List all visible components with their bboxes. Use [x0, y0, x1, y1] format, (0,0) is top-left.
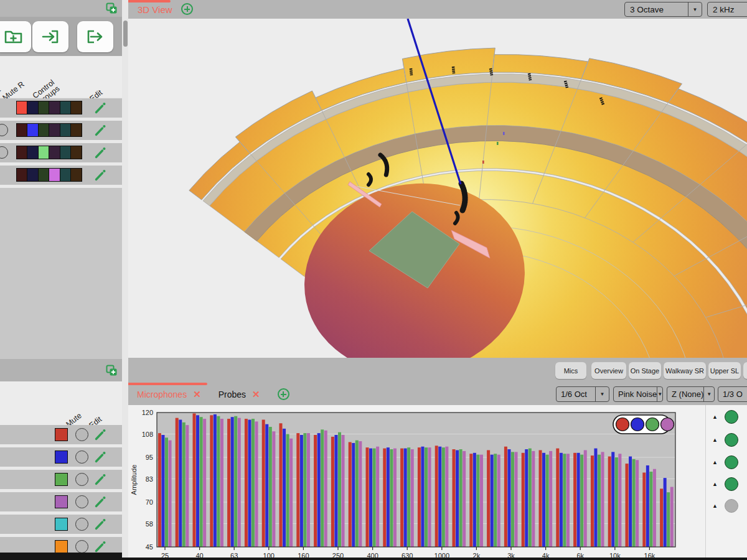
chevron-down-icon[interactable]: ▼ — [657, 387, 662, 401]
dropdown-1-3-o[interactable]: 1/3 O — [718, 386, 747, 402]
3d-viewport[interactable] — [128, 19, 747, 358]
group-color-swatch[interactable] — [27, 168, 39, 182]
mic-marker[interactable] — [482, 161, 484, 164]
mic-color-swatch[interactable] — [55, 495, 68, 508]
mic-color-swatch[interactable] — [55, 450, 68, 464]
tab-probes[interactable]: Probes — [218, 390, 246, 399]
group-color-swatch[interactable] — [38, 168, 50, 182]
close-tab-icon[interactable]: ✕ — [252, 389, 260, 400]
mic-marker[interactable] — [497, 142, 499, 145]
expand-triangle-icon[interactable]: ▲ — [712, 414, 718, 420]
group-color-swatch[interactable] — [70, 146, 82, 159]
tab-microphones[interactable]: Microphones — [137, 390, 187, 399]
group-color-swatch[interactable] — [70, 123, 82, 137]
scene-button-on-stage[interactable]: On Stage — [629, 362, 661, 379]
edit-pencil-icon[interactable] — [94, 101, 107, 114]
mic-color-swatch[interactable] — [55, 540, 68, 553]
dropdown-z-none-[interactable]: Z (None)▼ — [667, 386, 715, 402]
mic-status-circle[interactable] — [725, 499, 738, 513]
legend-circle-mic-blue[interactable] — [631, 418, 644, 431]
dropdown-1-6-oct[interactable]: 1/6 Oct▼ — [556, 386, 609, 402]
mute-toggle[interactable] — [0, 124, 8, 136]
scene-button-mics[interactable]: Mics — [555, 362, 586, 379]
edit-pencil-icon[interactable] — [94, 540, 107, 553]
dropdown-pink-noise[interactable]: Pink Noise▼ — [613, 386, 663, 402]
chevron-down-icon[interactable]: ▼ — [703, 387, 714, 401]
octave-select[interactable]: 3 Octave ▼ — [624, 2, 702, 17]
legend-circle-mic-red[interactable] — [616, 418, 629, 431]
mute-toggle[interactable] — [75, 518, 88, 531]
partial-button[interactable] — [743, 362, 747, 379]
export-button[interactable] — [77, 21, 113, 52]
scene-button-walkway-sr[interactable]: Walkway SR — [664, 362, 706, 379]
group-color-swatch[interactable] — [60, 123, 72, 137]
sidebar-scrollbar-thumb[interactable] — [123, 21, 128, 47]
mic-status-circle[interactable] — [725, 433, 738, 447]
tab-3d-view[interactable]: 3D View — [138, 4, 172, 15]
group-color-swatch[interactable] — [70, 168, 82, 182]
mute-toggle[interactable] — [0, 146, 8, 159]
group-color-swatch[interactable] — [16, 101, 28, 114]
scene-button-overview[interactable]: Overview — [591, 362, 626, 379]
edit-pencil-icon[interactable] — [94, 518, 107, 531]
group-color-swatch[interactable] — [38, 123, 50, 137]
mute-toggle[interactable] — [75, 540, 88, 553]
bar-mic-blue — [491, 455, 494, 547]
group-color-swatch[interactable] — [16, 146, 28, 159]
close-tab-icon[interactable]: ✕ — [193, 389, 201, 400]
edit-pencil-icon[interactable] — [94, 450, 107, 464]
group-color-swatch[interactable] — [38, 101, 50, 114]
chevron-down-icon[interactable]: ▼ — [595, 387, 609, 401]
mute-toggle[interactable] — [75, 495, 88, 508]
group-color-swatch[interactable] — [49, 168, 60, 182]
expand-triangle-icon[interactable]: ▲ — [712, 437, 718, 443]
group-color-swatch[interactable] — [27, 101, 39, 114]
new-group-button[interactable] — [0, 21, 31, 52]
edit-pencil-icon[interactable] — [94, 169, 107, 182]
mute-toggle[interactable] — [75, 428, 88, 441]
mute-toggle[interactable] — [75, 450, 88, 464]
duplicate-icon[interactable] — [105, 2, 118, 15]
mic-status-circle[interactable] — [725, 455, 738, 469]
edit-pencil-icon[interactable] — [94, 124, 107, 137]
group-color-swatch[interactable] — [27, 146, 39, 159]
add-view-tab-icon[interactable] — [181, 3, 193, 15]
mic-marker[interactable] — [503, 132, 505, 135]
group-color-swatch[interactable] — [60, 101, 72, 114]
group-color-swatch[interactable] — [49, 101, 60, 114]
group-color-swatch[interactable] — [16, 123, 28, 137]
mic-color-swatch[interactable] — [55, 473, 68, 486]
sidebar-scrollbar[interactable] — [122, 0, 128, 558]
svg-text:58: 58 — [146, 520, 153, 528]
chevron-down-icon[interactable]: ▼ — [688, 2, 702, 16]
mic-status-circle[interactable] — [725, 410, 738, 424]
group-color-swatch[interactable] — [16, 168, 28, 182]
edit-pencil-icon[interactable] — [94, 473, 107, 486]
group-color-swatch[interactable] — [60, 146, 72, 159]
group-color-swatch[interactable] — [27, 123, 39, 137]
mic-status-circle[interactable] — [725, 477, 738, 491]
mute-toggle[interactable] — [75, 473, 88, 486]
mic-color-swatch[interactable] — [55, 428, 68, 441]
group-color-swatch[interactable] — [49, 123, 60, 137]
expand-triangle-icon[interactable]: ▲ — [712, 459, 718, 465]
microphone-row — [0, 447, 122, 467]
scene-button-upper-sl[interactable]: Upper SL — [708, 362, 741, 379]
group-color-swatch[interactable] — [70, 101, 82, 114]
expand-triangle-icon[interactable]: ▲ — [712, 481, 718, 487]
expand-triangle-icon[interactable]: ▲ — [712, 503, 718, 509]
add-chart-tab-icon[interactable] — [278, 388, 289, 400]
group-color-swatch[interactable] — [49, 146, 60, 159]
group-color-swatch[interactable] — [60, 168, 72, 182]
group-color-swatch[interactable] — [38, 146, 50, 159]
edit-pencil-icon[interactable] — [94, 495, 107, 508]
mic-color-swatch[interactable] — [55, 518, 68, 531]
edit-pencil-icon[interactable] — [94, 428, 107, 441]
duplicate-icon[interactable] — [105, 364, 118, 377]
frequency-display[interactable]: 2 kHz — [707, 2, 747, 17]
bar-mic-purple — [653, 469, 656, 547]
legend-circle-mic-green[interactable] — [646, 418, 659, 431]
import-button[interactable] — [32, 21, 68, 52]
edit-pencil-icon[interactable] — [94, 146, 107, 159]
legend-circle-mic-purple[interactable] — [661, 418, 674, 431]
